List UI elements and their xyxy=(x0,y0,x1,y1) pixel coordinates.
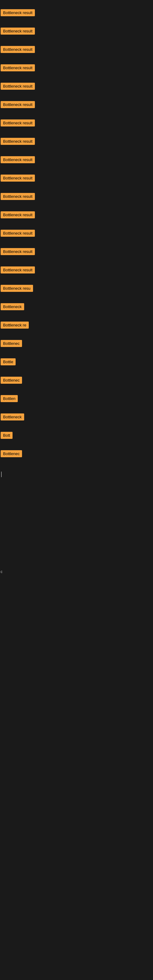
bottleneck-result-item: Bottle xyxy=(1,358,16,365)
bottleneck-result-item: Bottleneck result xyxy=(1,119,35,126)
bottleneck-result-item: Bottleneck result xyxy=(1,230,35,237)
bottleneck-result-item: Bottleneck result xyxy=(1,266,35,274)
bottleneck-result-item: Bottleneck result xyxy=(1,46,35,53)
bottleneck-result-item: Bottlenec xyxy=(1,377,22,384)
site-title xyxy=(0,0,153,5)
bottleneck-result-item: Bottleneck xyxy=(1,303,24,310)
bottleneck-result-item: Bottleneck result xyxy=(1,193,35,200)
bottleneck-result-item: Bottleneck resu xyxy=(1,285,33,292)
bottleneck-result-item: Bottleneck result xyxy=(1,175,35,181)
bottleneck-result-item: Bottlen xyxy=(1,395,18,402)
bottleneck-result-item: Bottleneck result xyxy=(1,9,35,16)
bottleneck-result-item: Bottlenec xyxy=(1,450,22,457)
bottleneck-result-item: Bottleneck re xyxy=(1,321,29,329)
bottleneck-result-item: Bottlenec xyxy=(1,340,22,347)
bottleneck-result-item: Bottleneck result xyxy=(1,138,35,145)
bottleneck-result-item: Bottleneck result xyxy=(1,101,35,108)
bottleneck-result-item: Bottleneck result xyxy=(1,156,35,163)
text-cursor xyxy=(1,472,2,477)
bottleneck-result-item: Bottleneck result xyxy=(1,27,35,35)
bottleneck-result-item: Bottleneck result xyxy=(1,83,35,90)
bottleneck-result-item: Bott xyxy=(1,432,13,439)
bottleneck-result-item: Bottleneck result xyxy=(1,248,35,255)
bottleneck-result-item: Bottleneck result xyxy=(1,64,35,72)
small-character: c xyxy=(1,570,2,574)
bottleneck-result-item: Bottleneck result xyxy=(1,211,35,218)
bottleneck-result-item: Bottleneck xyxy=(1,414,24,420)
